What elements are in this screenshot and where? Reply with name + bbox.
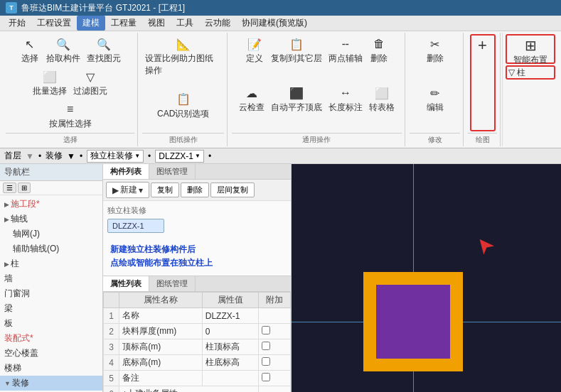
menu-tools[interactable]: 工具 bbox=[171, 16, 199, 31]
menu-cloud[interactable]: 云功能 bbox=[199, 16, 236, 31]
row-num: 3 bbox=[104, 339, 119, 355]
copy-component-btn[interactable]: 复制 bbox=[151, 183, 179, 197]
row-num: 2 bbox=[104, 324, 119, 339]
prop-value[interactable]: 柱底标高 bbox=[202, 355, 258, 371]
prop-name: 顶标高(m) bbox=[119, 339, 202, 355]
expand-icon: ▶ bbox=[4, 261, 9, 268]
attr-select-btn[interactable]: ≡ 按属性选择 bbox=[46, 99, 95, 131]
menu-collab[interactable]: 协同建模(预览版) bbox=[236, 16, 313, 31]
define-btn[interactable]: 📝 定义 bbox=[242, 34, 267, 82]
row-num: 1 bbox=[104, 308, 119, 324]
pick-element-btn[interactable]: 🔍 拾取构件 bbox=[43, 34, 83, 66]
nav-header: 导航栏 bbox=[0, 164, 102, 181]
cad-recognize-btn[interactable]: 📋 CAD识别选项 bbox=[154, 89, 212, 132]
menu-modeling[interactable]: 建模 bbox=[77, 16, 105, 31]
tree-item-slab[interactable]: 板 bbox=[0, 316, 102, 331]
component-section-header: 独立柱装修 bbox=[107, 204, 287, 217]
tree-item-stair[interactable]: 楼梯 bbox=[0, 361, 102, 376]
prop-value[interactable]: 0 bbox=[202, 324, 258, 339]
tree-item-beam[interactable]: 梁 bbox=[0, 301, 102, 316]
tree-item-wall[interactable]: 墙 bbox=[0, 271, 102, 286]
instance-caret: ▼ bbox=[195, 153, 201, 159]
menu-quantity[interactable]: 工程量 bbox=[105, 16, 142, 31]
delete-btn[interactable]: 🗑 删除 bbox=[366, 34, 392, 82]
prop-checkbox[interactable] bbox=[262, 326, 270, 334]
props-table: 属性名称 属性值 附加 1 名称 DLZZX-1 2 bbox=[103, 292, 291, 392]
canvas-area[interactable]: F ➤ bbox=[292, 164, 561, 392]
new-component-btn[interactable]: ▶ 新建 ▾ bbox=[106, 182, 149, 198]
tree-item-hollow[interactable]: 空心楼盖 bbox=[0, 346, 102, 361]
batch-icon: ⬜ bbox=[41, 68, 58, 85]
component-list: 独立柱装修 DLZZX-1 bbox=[103, 201, 291, 237]
prop-checkbox[interactable] bbox=[262, 373, 270, 381]
smart-layout-btn[interactable]: ⊞ 智能布置 bbox=[506, 34, 555, 64]
prop-checkbox[interactable] bbox=[262, 357, 270, 366]
ribbon: ↖ 选择 🔍 拾取构件 🔍 查找图元 ⬜ 批量选择 ▽ 过滤图元 bbox=[0, 31, 561, 148]
tree-item-aux-axis[interactable]: 辅助轴线(O) bbox=[0, 241, 102, 256]
draw-plus-btn[interactable]: + bbox=[470, 34, 496, 131]
tab-drawing-manage[interactable]: 图纸管理 bbox=[149, 164, 196, 179]
to-table-btn[interactable]: ⬜ 转表格 bbox=[366, 83, 397, 131]
nav-expand-btn[interactable]: ⊞ bbox=[18, 183, 31, 193]
prop-value[interactable]: DLZZX-1 bbox=[202, 308, 258, 324]
two-point-axis-btn[interactable]: ╌ 两点辅轴 bbox=[326, 34, 365, 82]
delete-component-btn[interactable]: 删除 bbox=[181, 183, 209, 197]
prop-value[interactable] bbox=[202, 371, 258, 386]
row-num: 5 bbox=[104, 371, 119, 386]
tab-props-list[interactable]: 属性列表 bbox=[103, 276, 149, 291]
instruction-line2: 点绘或智能布置在独立柱上 bbox=[110, 256, 284, 270]
prop-extra bbox=[258, 355, 290, 371]
find-element-btn[interactable]: 🔍 查找图元 bbox=[84, 34, 124, 66]
cloud-check-btn[interactable]: ☁ 云检查 bbox=[236, 83, 267, 131]
instruction-line1: 新建独立柱装修构件后 bbox=[110, 243, 284, 256]
prop-row-4: 4 底标高(m) 柱底标高 bbox=[104, 355, 291, 371]
instance-dropdown[interactable]: DLZZX-1 ▼ bbox=[155, 150, 204, 163]
cursor-icon: ↖ bbox=[21, 36, 38, 53]
smart-layout-group: ⊞ 智能布置 ▽ 柱 bbox=[502, 33, 558, 146]
dropdown-caret: ▼ bbox=[134, 153, 140, 159]
scale-btn[interactable]: 📐 设置比例助力图纸操作 bbox=[142, 34, 224, 89]
column-inner bbox=[376, 285, 450, 359]
column-filter-btn[interactable]: ▽ 柱 bbox=[506, 65, 555, 80]
tree-item-decoration[interactable]: ▼ 装修 bbox=[0, 376, 102, 391]
prop-value[interactable]: 柱顶标高 bbox=[202, 339, 258, 355]
component-item-dlzzx1[interactable]: DLZZX-1 bbox=[107, 219, 164, 233]
cad-icon: 📋 bbox=[175, 91, 192, 108]
tab-component-list[interactable]: 构件列表 bbox=[103, 164, 149, 179]
length-mark-btn[interactable]: ↔ 长度标注 bbox=[326, 83, 365, 131]
copy-layer-btn[interactable]: 📋 复制到其它层 bbox=[268, 34, 325, 82]
props-content: 属性名称 属性值 附加 1 名称 DLZZX-1 2 bbox=[103, 292, 291, 392]
expand-icon: ▶ bbox=[4, 216, 9, 223]
nav-list-view-btn[interactable]: ☰ bbox=[3, 183, 16, 193]
tab-drawing-manage2[interactable]: 图纸管理 bbox=[149, 276, 196, 291]
nav-title: 导航栏 bbox=[4, 166, 30, 178]
floor-copy-btn[interactable]: 层间复制 bbox=[210, 183, 255, 197]
modify-buttons: ✂ 删除 ✏ 编辑 bbox=[410, 34, 460, 131]
menu-start[interactable]: 开始 bbox=[3, 16, 31, 31]
auto-align-btn[interactable]: ⬛ 自动平齐顶底 bbox=[268, 83, 325, 131]
main-area: 导航栏 ☰ ⊞ ▶ 施工段* ▶ 轴线 轴网(J) 辅助轴线(O) ▶ 柱 bbox=[0, 164, 561, 392]
edit-btn[interactable]: ✏ 编辑 bbox=[422, 83, 448, 131]
draw-group-label: 绘图 bbox=[468, 133, 497, 145]
tree-item-axis[interactable]: ▶ 轴线 bbox=[0, 212, 102, 227]
prop-name: 块料厚度(mm) bbox=[119, 324, 202, 339]
tree-item-construction[interactable]: ▶ 施工段* bbox=[0, 197, 102, 212]
filter-element-btn[interactable]: ▽ 过滤图元 bbox=[70, 67, 110, 99]
tree-item-axis-net[interactable]: 轴网(J) bbox=[0, 227, 102, 241]
two-point-icon: ╌ bbox=[337, 36, 354, 53]
tree-item-prefab[interactable]: 装配式* bbox=[0, 331, 102, 346]
del2-btn[interactable]: ✂ 删除 bbox=[422, 34, 448, 82]
smart-layout-icon: ⊞ bbox=[522, 37, 539, 54]
props-tabs: 属性列表 图纸管理 bbox=[103, 276, 291, 292]
nav-panel: 导航栏 ☰ ⊞ ▶ 施工段* ▶ 轴线 轴网(J) 辅助轴线(O) ▶ 柱 bbox=[0, 164, 103, 392]
filter-triangle-icon: ▽ bbox=[508, 67, 515, 77]
prop-checkbox[interactable] bbox=[262, 342, 270, 350]
tree-item-column[interactable]: ▶ 柱 bbox=[0, 256, 102, 271]
batch-select-btn[interactable]: ⬜ 批量选择 bbox=[30, 67, 70, 99]
menu-view[interactable]: 视图 bbox=[142, 16, 171, 31]
tree-item-door-window[interactable]: 门窗洞 bbox=[0, 286, 102, 301]
center-panel: 构件列表 图纸管理 ▶ 新建 ▾ 复制 删除 层间复制 独立柱装修 DLZZX-… bbox=[103, 164, 292, 392]
menu-project-settings[interactable]: 工程设置 bbox=[31, 16, 77, 31]
component-type-dropdown[interactable]: 独立柱装修 ▼ bbox=[87, 150, 144, 163]
cursor-btn[interactable]: ↖ 选择 bbox=[17, 34, 43, 66]
